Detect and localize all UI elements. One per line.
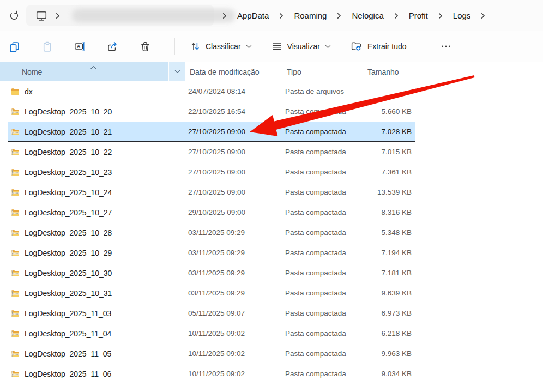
file-name: LogDesktop_2025_11_04 — [25, 329, 111, 338]
file-size: 8.316 KB — [363, 208, 415, 216]
address-bar: AppDataRoamingNelogicaProfitLogs — [0, 0, 543, 31]
file-modified-date: 05/11/2025 09:07 — [185, 309, 282, 317]
file-modified-date: 22/10/2025 16:54 — [185, 107, 282, 116]
file-size: 7.194 KB — [363, 249, 415, 257]
file-modified-date: 03/11/2025 09:29 — [185, 269, 282, 277]
chevron-down-icon — [174, 70, 180, 74]
column-filter-chevron[interactable] — [169, 62, 185, 81]
file-name-cell: LogDesktop_2025_11_03 — [8, 309, 185, 318]
zipped-folder-icon — [11, 289, 20, 298]
zipped-folder-icon — [11, 148, 20, 156]
file-type: Pasta compactada — [282, 370, 363, 378]
file-name-cell: LogDesktop_2025_10_23 — [8, 168, 185, 177]
share-button[interactable] — [101, 37, 123, 56]
table-row[interactable]: LogDesktop_2025_10_20 22/10/2025 16:54 P… — [8, 101, 415, 122]
file-size: 7.181 KB — [363, 269, 415, 277]
file-name-cell: LogDesktop_2025_10_30 — [8, 269, 185, 278]
column-header-name-label: Nome — [22, 68, 42, 76]
file-size: 7.028 KB — [363, 128, 415, 136]
table-row[interactable]: dx 24/07/2024 08:14 Pasta de arquivos — [8, 81, 415, 101]
breadcrumb-item[interactable]: Roaming — [289, 8, 331, 23]
zipped-folder-icon — [11, 228, 20, 237]
file-type: Pasta compactada — [282, 208, 363, 216]
file-name-cell: LogDesktop_2025_10_28 — [8, 228, 185, 237]
breadcrumb-chevron-icon — [433, 13, 448, 19]
view-button[interactable]: Visualizar — [264, 37, 338, 56]
sort-icon — [190, 41, 201, 52]
address-path-segment[interactable] — [26, 5, 214, 26]
table-row[interactable]: LogDesktop_2025_10_29 03/11/2025 09:29 P… — [8, 243, 415, 263]
column-header-type-label: Tipo — [287, 68, 301, 76]
file-size: 7.361 KB — [363, 168, 415, 176]
table-row[interactable]: LogDesktop_2025_10_27 29/10/2025 09:00 P… — [8, 202, 415, 222]
file-name-cell: LogDesktop_2025_10_20 — [8, 107, 185, 116]
this-pc-icon — [35, 9, 48, 22]
file-name-cell: LogDesktop_2025_11_06 — [8, 370, 185, 378]
breadcrumb-item[interactable]: AppData — [232, 8, 274, 23]
breadcrumb-chevron-icon — [331, 13, 347, 19]
file-type: Pasta compactada — [282, 309, 363, 317]
breadcrumb-item[interactable]: Nelogica — [347, 8, 388, 23]
table-row[interactable]: LogDesktop_2025_10_21 27/10/2025 09:00 P… — [8, 122, 415, 142]
table-row[interactable]: LogDesktop_2025_10_31 03/11/2025 09:29 P… — [8, 283, 415, 303]
table-row[interactable]: LogDesktop_2025_11_03 05/11/2025 09:07 P… — [8, 303, 415, 323]
table-row[interactable]: LogDesktop_2025_10_30 03/11/2025 09:29 P… — [8, 263, 415, 283]
copy-button[interactable] — [3, 37, 25, 56]
breadcrumb-item[interactable]: Profit — [404, 8, 433, 23]
file-name-cell: dx — [8, 87, 185, 96]
file-size: 9.639 KB — [363, 289, 415, 297]
zipped-folder-icon — [11, 208, 20, 217]
breadcrumb: AppDataRoamingNelogicaProfitLogs — [217, 0, 491, 31]
column-header-name[interactable]: Nome — [0, 62, 169, 81]
column-header-size-label: Tamanho — [367, 68, 399, 76]
extract-all-button-label: Extrair tudo — [367, 42, 407, 51]
rename-button[interactable]: A — [69, 37, 90, 56]
column-header-size[interactable]: Tamanho — [363, 62, 415, 81]
table-row[interactable]: LogDesktop_2025_11_04 10/11/2025 09:02 P… — [8, 323, 415, 343]
file-type: Pasta compactada — [282, 148, 363, 156]
extract-all-button[interactable]: Extrair tudo — [343, 37, 414, 56]
file-name: LogDesktop_2025_10_20 — [25, 107, 112, 116]
file-type: Pasta compactada — [282, 188, 363, 196]
file-name: LogDesktop_2025_10_27 — [25, 208, 112, 217]
table-row[interactable]: LogDesktop_2025_10_23 27/10/2025 09:00 P… — [8, 162, 415, 182]
column-header-type[interactable]: Tipo — [282, 62, 363, 81]
file-name-cell: LogDesktop_2025_10_29 — [8, 249, 185, 257]
table-row[interactable]: LogDesktop_2025_11_05 10/11/2025 09:02 P… — [8, 343, 415, 364]
file-name: LogDesktop_2025_11_06 — [25, 370, 111, 378]
table-row[interactable]: LogDesktop_2025_10_22 27/10/2025 09:00 P… — [8, 142, 415, 162]
more-options-button[interactable] — [435, 37, 457, 56]
view-button-label: Visualizar — [287, 42, 320, 51]
sort-button-label: Classificar — [206, 42, 241, 51]
table-row[interactable]: LogDesktop_2025_10_28 03/11/2025 09:29 P… — [8, 222, 415, 243]
sort-button[interactable]: Classificar — [183, 37, 259, 56]
file-type: Pasta compactada — [282, 329, 363, 337]
file-name: LogDesktop_2025_10_31 — [25, 289, 112, 298]
file-modified-date: 03/11/2025 09:29 — [185, 228, 282, 237]
file-modified-date: 03/11/2025 09:29 — [185, 289, 282, 297]
file-name: LogDesktop_2025_10_24 — [25, 188, 112, 197]
more-options-icon — [441, 41, 451, 52]
zipped-folder-icon — [11, 269, 20, 278]
toolbar-divider — [427, 38, 427, 55]
command-toolbar: A Classificar Visualizar Extrai — [0, 31, 543, 62]
file-size: 13.539 KB — [363, 188, 415, 196]
table-row[interactable]: LogDesktop_2025_11_06 10/11/2025 09:02 P… — [8, 364, 415, 384]
file-modified-date: 03/11/2025 09:29 — [185, 249, 282, 257]
refresh-button[interactable] — [5, 7, 23, 25]
breadcrumb-chevron-icon — [56, 13, 60, 19]
paste-button[interactable] — [36, 37, 58, 56]
file-name-cell: LogDesktop_2025_11_04 — [8, 329, 185, 338]
file-type: Pasta compactada — [282, 269, 363, 277]
zipped-folder-icon — [11, 107, 20, 116]
table-row[interactable]: LogDesktop_2025_10_24 27/10/2025 09:00 P… — [8, 182, 415, 202]
breadcrumb-item[interactable]: Logs — [448, 8, 476, 23]
file-type: Pasta compactada — [282, 168, 363, 176]
breadcrumb-chevron-icon — [217, 13, 232, 19]
breadcrumb-chevron-icon — [274, 13, 289, 19]
column-header-date[interactable]: Data de modificação — [185, 62, 282, 81]
file-size: 9.034 KB — [363, 370, 415, 378]
refresh-icon — [8, 10, 20, 22]
zipped-folder-icon — [11, 168, 20, 177]
delete-button[interactable] — [134, 37, 156, 56]
